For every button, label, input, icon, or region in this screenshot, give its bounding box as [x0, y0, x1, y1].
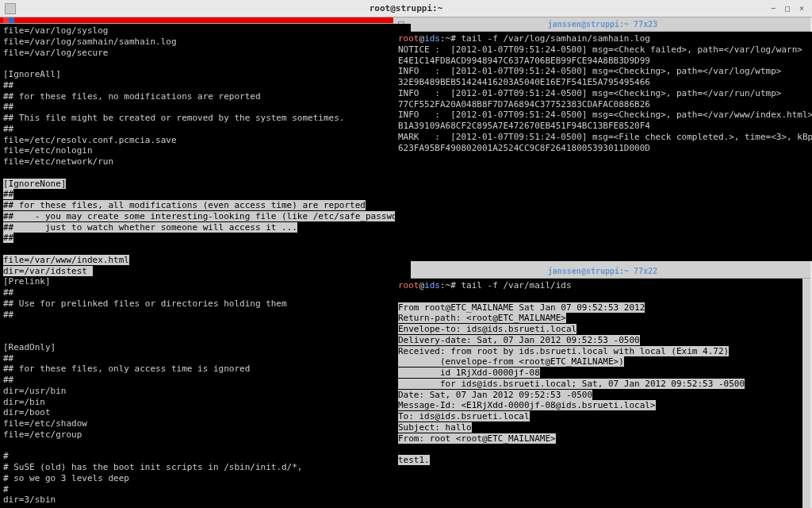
right-bottom-terminal[interactable]: root@ids:~# tail -f /var/mail/ids From r…: [395, 279, 802, 508]
right-top-pane-title: janssen@struppi:~ 77x23: [409, 20, 796, 29]
prompt-host: ids: [424, 33, 440, 44]
window-icon: [5, 3, 16, 14]
pane-indicator-icon: [3, 17, 14, 23]
vim-text-selection: [IgnoreNone] ## ## for these files, all …: [3, 179, 408, 276]
right-bottom-pane-handle[interactable]: janssen@struppi:~ 77x22: [395, 264, 810, 279]
cmd-text: tail -f /var/log/samhain/samhain.log: [456, 33, 650, 44]
right-bottom-scrollbar[interactable]: [802, 279, 810, 508]
samhain-log-output: NOTICE : [2012-01-07T09:51:24-0500] msg=…: [398, 44, 812, 153]
prompt-host: ids: [424, 280, 440, 291]
left-pane-handle-active[interactable]: [0, 17, 393, 24]
window-title: root@struppi:~: [370, 3, 443, 13]
right-top-terminal[interactable]: root@ids:~# tail -f /var/log/samhain/sam…: [395, 32, 812, 261]
vim-text-post: [Prelink] ## ## Use for prelinked files …: [3, 276, 303, 505]
cmd-text: tail -f /var/mail/ids: [456, 280, 572, 291]
vim-text-pre: file=/var/log/syslog file=/var/log/samha…: [3, 25, 344, 167]
left-terminal[interactable]: file=/var/log/syslog file=/var/log/samha…: [0, 24, 411, 508]
prompt-path: :~#: [440, 280, 456, 291]
close-button[interactable]: ×: [796, 3, 807, 14]
right-top-pane-handle[interactable]: janssen@struppi:~ 77x23: [395, 17, 810, 32]
prompt-user: root: [398, 33, 419, 44]
prompt-user: root: [398, 280, 419, 291]
minimize-button[interactable]: −: [768, 3, 779, 14]
mail-output-selection: From root@ETC_MAILNAME Sat Jan 07 09:52:…: [398, 302, 745, 466]
tiling-layout: file=/var/log/syslog file=/var/log/samha…: [0, 17, 812, 508]
left-pane: file=/var/log/syslog file=/var/log/samha…: [0, 17, 395, 508]
prompt-path: :~#: [440, 33, 456, 44]
right-bottom-pane-title: janssen@struppi:~ 77x22: [409, 267, 796, 275]
right-pane: janssen@struppi:~ 77x23 root@ids:~# tail…: [395, 17, 810, 508]
window-titlebar: root@struppi:~ − □ ×: [0, 0, 812, 17]
maximize-button[interactable]: □: [782, 3, 793, 14]
